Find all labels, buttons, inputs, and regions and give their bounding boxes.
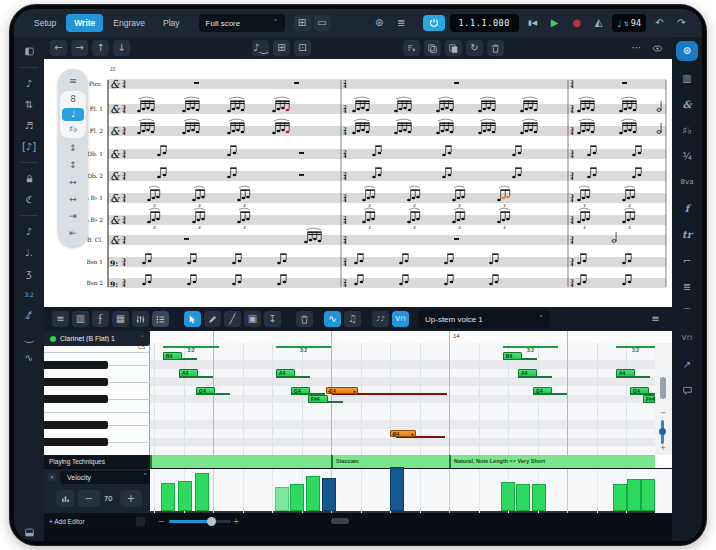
- velocity-editor[interactable]: [150, 469, 672, 513]
- repeat-endings-icon[interactable]: ⌐: [676, 252, 698, 269]
- lock-icon[interactable]: [18, 170, 40, 187]
- voice-select[interactable]: Up-stem voice 1 ˅: [418, 310, 550, 328]
- shorten-to-bar-icon[interactable]: ⇤: [62, 226, 84, 240]
- horizontal-zoom-handle[interactable]: [207, 517, 216, 526]
- faders-editor-icon[interactable]: [132, 311, 149, 327]
- rest-icon[interactable]: ʒ: [18, 265, 40, 282]
- score-area[interactable]: Picc.&342434Fl. 1&342434Fl. 2&342434Ob. …: [44, 59, 672, 307]
- velocity-bar[interactable]: [178, 481, 192, 511]
- guitar-editor-icon[interactable]: ʄ: [92, 311, 109, 327]
- cycle-repeat-icon[interactable]: ↻: [466, 40, 483, 56]
- layout-select[interactable]: Full score ˅: [199, 14, 285, 32]
- tempo-display[interactable]: ♩ ⇅ 94: [612, 14, 646, 32]
- nav-up-icon[interactable]: ↑: [92, 40, 109, 56]
- barlines-icon[interactable]: ≣: [676, 278, 698, 295]
- beam-icon[interactable]: ♬: [18, 117, 40, 134]
- bar-chart-icon[interactable]: [56, 490, 74, 507]
- filter-select-icon[interactable]: [403, 40, 420, 56]
- midi-note-G4[interactable]: G4: [291, 387, 310, 395]
- dynamics-icon[interactable]: f: [676, 200, 698, 217]
- tuplet-icon[interactable]: 3:2: [18, 286, 40, 303]
- technique-segment-natural[interactable]: Natural, Note Length <= Very Short: [449, 455, 655, 468]
- add-editor-button[interactable]: + Add Editor: [49, 518, 133, 525]
- zoom-in-vertical-icon[interactable]: +: [660, 444, 666, 452]
- grace-note-icon[interactable]: ♪: [18, 223, 40, 240]
- tab-setup[interactable]: Setup: [26, 14, 64, 32]
- extend-horizontal-icon[interactable]: ↔: [62, 192, 84, 206]
- duration-eighth-icon[interactable]: 8: [62, 93, 84, 106]
- midi-note-F#4[interactable]: F#4: [308, 395, 328, 403]
- insert-after-icon[interactable]: ⊡: [294, 40, 311, 56]
- lines-icon[interactable]: ↗: [676, 356, 698, 373]
- voice-filter-icon[interactable]: V⊓: [392, 311, 409, 327]
- play-button[interactable]: ▶: [546, 15, 563, 31]
- metronome-icon[interactable]: ◭: [590, 15, 607, 31]
- midi-note-B4[interactable]: B4: [163, 352, 182, 360]
- nav-left-icon[interactable]: ←: [50, 40, 67, 56]
- collapse-editors-icon[interactable]: [136, 517, 145, 526]
- panel-toggle-icon[interactable]: [18, 43, 40, 60]
- bracket-note-icon[interactable]: [♪]: [18, 138, 40, 155]
- midi-note-A4[interactable]: A4: [276, 369, 295, 377]
- time-signatures-icon[interactable]: ¾: [676, 148, 698, 165]
- velocity-bar[interactable]: [532, 484, 546, 511]
- contract-vertical-icon[interactable]: ↕: [62, 158, 84, 172]
- pointer-tool-icon[interactable]: [184, 311, 201, 327]
- midi-note-A4[interactable]: A4: [518, 369, 537, 377]
- midi-note-B4[interactable]: B4: [503, 352, 522, 360]
- bottom-panel-toggle-icon[interactable]: [18, 524, 40, 541]
- delete-notes-icon[interactable]: [296, 311, 313, 327]
- velocity-bar[interactable]: [195, 473, 209, 511]
- notated-durations-icon[interactable]: ♫: [344, 311, 361, 327]
- nav-right-icon[interactable]: →: [71, 40, 88, 56]
- track-select[interactable]: Clarinet (B Flat) 1 ˅: [44, 331, 150, 346]
- show-ties-icon[interactable]: ♪♪: [372, 311, 389, 327]
- dotted-note-icon[interactable]: ♩.: [18, 244, 40, 261]
- articulation-icon[interactable]: ∿: [18, 349, 40, 366]
- toolbox-drag-handle-icon[interactable]: ≡: [62, 74, 84, 88]
- single-view-icon[interactable]: ▭: [314, 15, 331, 31]
- velocity-plus-button[interactable]: +: [120, 490, 142, 507]
- vertical-scrollbar[interactable]: [660, 377, 666, 399]
- velocity-bar[interactable]: [161, 483, 175, 511]
- velocity-minus-button[interactable]: −: [78, 490, 100, 507]
- tie-icon[interactable]: ‿: [18, 328, 40, 345]
- piano-editor-icon[interactable]: ▥: [72, 311, 89, 327]
- note-input-icon[interactable]: ♪: [18, 75, 40, 92]
- bowing-icon[interactable]: V⊓: [676, 330, 698, 347]
- slash-note-icon[interactable]: ♪̸: [18, 307, 40, 324]
- tie-notes-icon[interactable]: ♪‿: [252, 40, 269, 56]
- black-key-G#4[interactable]: [44, 378, 108, 386]
- zoom-in-horizontal-icon[interactable]: +: [233, 517, 240, 526]
- black-key-D#4[interactable]: [44, 421, 108, 429]
- editor-list-icon[interactable]: ≡: [52, 311, 69, 327]
- velocity-bar[interactable]: [641, 479, 655, 511]
- anchor-tool-icon[interactable]: ↧: [264, 311, 281, 327]
- midi-note-G4[interactable]: G4: [533, 387, 552, 395]
- grid-editor-icon[interactable]: ▦: [112, 311, 129, 327]
- midi-note-A4[interactable]: A4: [179, 369, 198, 377]
- layout-tabs-icon[interactable]: ⊞: [294, 15, 311, 31]
- velocity-bar[interactable]: [516, 484, 530, 511]
- undo-icon[interactable]: ↶: [651, 15, 668, 31]
- close-editor-icon[interactable]: ✕: [48, 473, 56, 481]
- more-options-icon[interactable]: ⋯: [628, 40, 645, 56]
- paste-icon[interactable]: [445, 40, 462, 56]
- velocity-bar[interactable]: [275, 487, 289, 511]
- midi-note-G4[interactable]: G4: [196, 387, 215, 395]
- nav-down-icon[interactable]: ↓: [113, 40, 130, 56]
- note-quarter-icon[interactable]: ♩: [62, 108, 84, 121]
- copy-icon[interactable]: [424, 40, 441, 56]
- hub-icon[interactable]: ⊛: [371, 15, 388, 31]
- vertical-zoom-handle[interactable]: [659, 428, 666, 435]
- fermata-icon[interactable]: ⌒: [676, 304, 698, 321]
- black-key-F#4[interactable]: [44, 395, 108, 403]
- activate-project-button[interactable]: [423, 15, 445, 31]
- zoom-out-horizontal-icon[interactable]: −: [158, 517, 165, 526]
- extend-to-bar-icon[interactable]: ⇥: [62, 209, 84, 223]
- insert-before-icon[interactable]: ⊞: [273, 40, 290, 56]
- mixer-icon[interactable]: ≣: [393, 15, 410, 31]
- midi-note-D4-selected[interactable]: D4◂▸: [390, 430, 416, 438]
- velocity-bar-selected[interactable]: [322, 478, 336, 511]
- velocity-select[interactable]: Velocity ˅: [60, 471, 154, 484]
